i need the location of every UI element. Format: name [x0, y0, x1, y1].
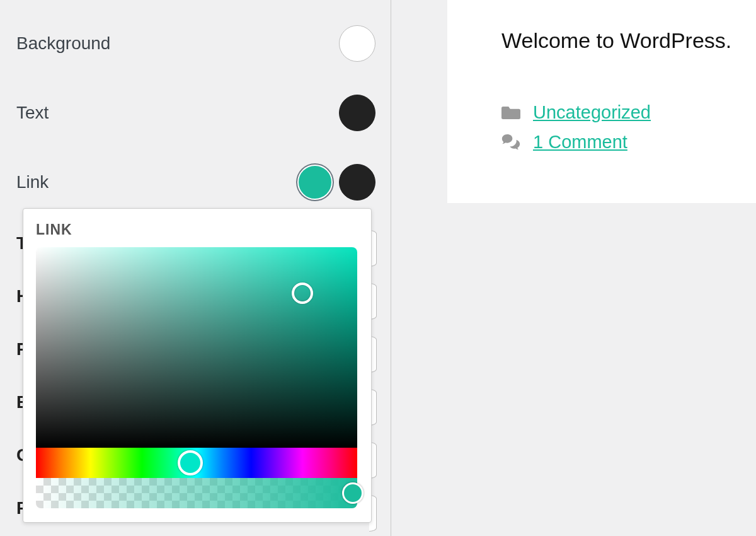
hue-slider[interactable] [36, 448, 357, 478]
color-picker-popup: LINK [23, 208, 372, 523]
swatch-link-default[interactable] [297, 165, 333, 200]
preview-welcome-text: Welcome to WordPress. [501, 28, 756, 53]
saturation-area[interactable] [36, 247, 357, 448]
saturation-thumb[interactable] [292, 283, 313, 304]
swatches-text [339, 95, 375, 131]
color-label-background: Background [16, 33, 110, 54]
color-row-text: Text [0, 78, 391, 148]
comments-icon [501, 134, 520, 151]
swatch-text[interactable] [339, 95, 375, 131]
preview-meta: Uncategorized 1 Comment [501, 102, 756, 153]
swatch-link-hover[interactable] [339, 164, 375, 201]
alpha-slider[interactable] [36, 478, 357, 508]
swatch-background[interactable] [339, 25, 375, 62]
folder-icon [501, 105, 520, 121]
comments-link[interactable]: 1 Comment [533, 132, 627, 153]
customizer-sidebar: Background Text Link T H P E C F LINK [0, 0, 391, 536]
meta-row-category: Uncategorized [501, 102, 756, 123]
swatches-background [339, 25, 375, 62]
color-label-text: Text [16, 103, 49, 123]
preview-pane: Welcome to WordPress. Uncategorized 1 Co… [447, 0, 756, 203]
color-row-background: Background [0, 9, 391, 78]
meta-row-comments: 1 Comment [501, 132, 756, 153]
category-link[interactable]: Uncategorized [533, 102, 651, 123]
hue-thumb[interactable] [178, 450, 203, 475]
alpha-thumb[interactable] [342, 482, 364, 504]
color-row-link: Link [0, 148, 391, 217]
picker-title: LINK [36, 221, 358, 238]
swatches-link [297, 164, 375, 201]
color-label-link: Link [16, 172, 49, 192]
